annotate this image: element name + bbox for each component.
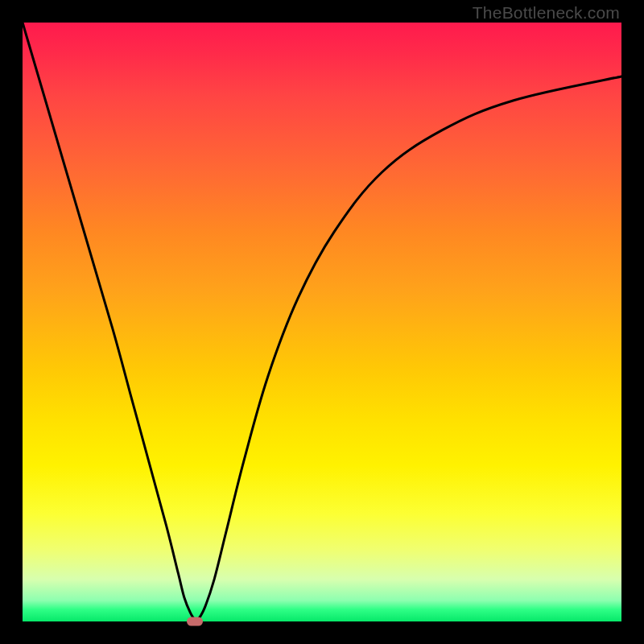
bottleneck-curve — [23, 23, 621, 621]
plot-area — [23, 23, 621, 621]
watermark-text: TheBottleneck.com — [473, 3, 620, 23]
optimal-marker — [187, 617, 203, 626]
chart-frame: TheBottleneck.com — [0, 0, 644, 644]
